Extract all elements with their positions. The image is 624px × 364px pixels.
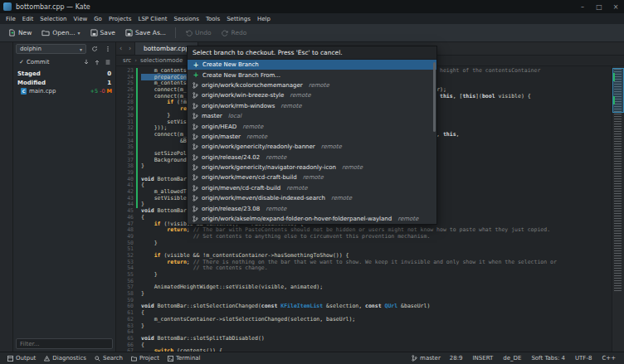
popup-item-create-new-branch[interactable]: +Create New Branch [188,60,436,70]
menu-selection[interactable]: Selection [37,16,70,22]
branch-item-origin-work-genericity-navigator-readonly-icon[interactable]: origin/work/genericity/navigator-readonl… [188,163,436,172]
git-pull-icon[interactable] [80,57,91,67]
branch-item-origin-work-meven-disable-indexed-search[interactable]: origin/work/meven/disable-indexed-search… [188,193,436,203]
branch-label: origin/work/win-breeze-style [202,92,284,99]
code-text: void BottomBar::slotSplitTabDisabled() [138,336,265,342]
filter-input[interactable] [16,338,113,349]
modified-file-row[interactable]: C main.cpp +5 -0 M [13,87,115,95]
breadcrumb-selectionmode[interactable]: selectionmode [140,57,183,64]
branch-item-origin-work-rmb-windows[interactable]: origin/work/rmb-windowsremote [188,101,436,111]
terminal-toggle[interactable]: Terminal [163,355,205,362]
minimap-scrollbar[interactable] [612,66,624,352]
branch-item-origin-release-23-08[interactable]: origin/release/23.08remote [188,203,436,213]
folder-open-icon [41,29,50,36]
branch-item-origin-work-akselmo-expand-folder-on-hover-folderpanel-wayland[interactable]: origin/work/akselmo/expand-folder-on-hov… [188,214,436,224]
window-title: bottombar.cpp — Kate [16,3,90,11]
encoding[interactable]: UTF-8 [570,355,597,362]
project-panel: dolphin ▾ ✓ Commit [13,42,116,352]
menu-go[interactable]: Go [90,16,105,22]
save-as-button[interactable]: Save As... [120,27,171,39]
branch-label: Create New Branch From... [202,72,280,79]
git-push-icon[interactable] [91,57,102,67]
branch-label: origin/HEAD [202,124,236,130]
kate-app-icon [3,2,12,11]
refresh-icon[interactable] [89,44,100,54]
project-selector[interactable]: dolphin ▾ [16,44,86,54]
open-button[interactable]: Open... ▾ [37,27,85,39]
commit-button[interactable]: ✓ Commit [16,58,52,66]
new-button[interactable]: New [3,27,37,39]
chevron-down-icon: ▾ [80,46,82,52]
maximize-button[interactable]: □ [591,0,607,13]
panel-options-icon[interactable] [102,44,113,54]
open-dropdown-caret[interactable]: ▾ [78,30,80,36]
syntax-mode[interactable]: C++ [597,355,621,362]
branch-item-origin-master[interactable]: origin/masterremote [188,132,436,142]
branch-icon [193,216,198,222]
search-toggle[interactable]: Search [90,355,127,362]
menu-projects[interactable]: Projects [105,16,135,22]
redo-icon [222,29,229,36]
breadcrumb-separator: › [134,57,137,64]
diagnostics-toggle[interactable]: Diagnostics [40,355,90,362]
branch-item-master[interactable]: masterlocal [188,111,436,121]
save-as-icon [125,29,133,36]
git-log-icon[interactable] [102,57,113,67]
menu-edit[interactable]: Edit [19,16,37,22]
branch-item-origin-meven-cd-craft-build[interactable]: origin/meven/cd-craft-buildremote [188,183,436,193]
close-button[interactable]: × [607,0,624,13]
titlebar: bottombar.cpp — Kate – □ × [0,0,624,13]
undo-button[interactable]: Undo [180,27,217,39]
branch-item-origin-work-win-breeze-style[interactable]: origin/work/win-breeze-styleremote [188,90,436,100]
modified-section[interactable]: Modified 1 [13,78,115,87]
dictionary-locale[interactable]: de_DE [498,355,526,362]
branch-scope: remote [321,143,342,150]
menu-lsp-client[interactable]: LSP Client [135,16,171,22]
branch-item-origin-release-24-02[interactable]: origin/release/24.02remote [188,153,436,163]
menu-file[interactable]: File [2,16,19,22]
branch-list: +Create New Branch+Create New Branch Fro… [188,60,436,224]
branch-scope: remote [397,216,418,222]
project-toggle[interactable]: Project [127,355,163,362]
lines-added: +5 [90,88,98,95]
minimize-button[interactable]: – [574,0,591,13]
cursor-position[interactable]: 28:9 [445,355,468,362]
modified-count: 1 [107,80,111,86]
breadcrumb-src[interactable]: src [123,57,131,64]
code-line: 62 m_contentsContainer->slotSelectionCha… [116,317,624,323]
status-badge: M [107,88,112,95]
output-toggle[interactable]: Output [3,355,40,362]
redo-button[interactable]: Redo [217,27,252,39]
branch-item-origin-head[interactable]: origin/HEADremote [188,121,436,131]
branch-scope: remote [286,185,307,192]
save-button[interactable]: Save [85,27,120,39]
code-text: void BottomBar::slotSelectionChanged(con… [138,303,430,310]
branch-item-origin-work-meven-cd-craft-build[interactable]: origin/work/meven/cd-craft-buildremote [188,172,436,182]
staged-section[interactable]: Staged 0 [13,69,115,78]
tab-settings[interactable]: Soft Tabs: 4 [526,355,570,362]
code-text: } [138,291,144,298]
branch-scope: remote [331,195,352,201]
popup-scrollbar[interactable] [433,62,436,132]
git-branch-indicator[interactable]: master [407,355,445,362]
menu-tools[interactable]: Tools [202,16,223,22]
branch-item-origin-work-genericity-readonly-banner[interactable]: origin/work/genericity/readonly-bannerre… [188,142,436,152]
tab-scroll-left-icon[interactable]: ‹ [116,42,125,55]
popup-prompt: Select branch to checkout. Press 'Esc' t… [188,46,436,60]
menu-sessions[interactable]: Sessions [171,16,202,22]
menu-view[interactable]: View [71,16,91,22]
tab-scroll-right-icon[interactable]: › [125,42,134,55]
branch-icon [193,82,198,89]
input-mode[interactable]: INSERT [468,355,499,362]
branch-item-origin-work-kcolorschememanager[interactable]: origin/work/kcolorschememanagerremote [188,80,436,90]
branch-scope: remote [242,124,263,130]
branch-icon [412,355,417,362]
popup-item-create-new-branch-from[interactable]: +Create New Branch From... [188,70,436,80]
menu-help[interactable]: Help [254,16,274,22]
branch-scope: remote [309,82,329,89]
branch-label: origin/work/rmb-windows [202,103,275,109]
branch-checkout-popup: Select branch to checkout. Press 'Esc' t… [187,46,437,225]
menu-settings[interactable]: Settings [223,16,254,22]
branch-scope: remote [342,164,363,171]
branch-label: origin/release/23.08 [202,206,260,212]
